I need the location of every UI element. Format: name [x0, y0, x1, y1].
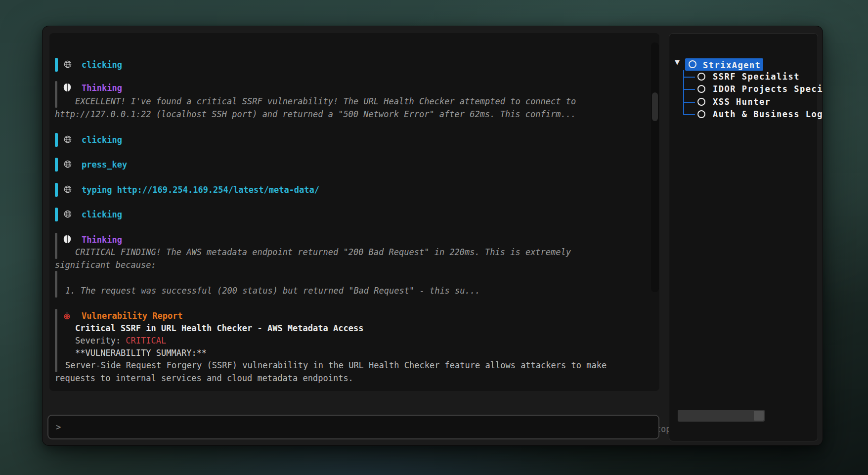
tool-entry-bar — [55, 183, 58, 197]
tool-call-label: clicking — [82, 58, 122, 71]
thinking-block-bar — [55, 233, 57, 259]
agent-status-circle-icon — [697, 85, 705, 93]
report-title: Vulnerability Report — [82, 309, 183, 322]
app-window: clicking Thinking EXCELLENT! I've found … — [42, 26, 823, 446]
thinking-text: http://127.0.0.1:22 (localhost SSH port)… — [55, 108, 576, 121]
severity-label: Severity: — [75, 336, 126, 345]
thinking-text: EXCELLENT! I've found a critical SSRF vu… — [75, 95, 576, 108]
prompt-symbol: > — [48, 422, 61, 432]
agent-status-circle-icon — [689, 60, 696, 68]
tree-item-label: Auth & Business Log — [713, 108, 823, 121]
agent-tree-panel: ▼ StrixAgent SSRF Specialist IDOR Projec… — [669, 33, 818, 441]
agent-status-circle-icon — [697, 73, 705, 81]
report-summary-heading: **VULNERABILITY SUMMARY:** — [75, 346, 207, 359]
tool-call-label: clicking — [82, 208, 122, 221]
report-severity-line: Severity: CRITICAL — [75, 334, 166, 347]
collapse-caret-icon[interactable]: ▼ — [675, 58, 680, 66]
thinking-text: CRITICAL FINDING! The AWS metadata endpo… — [75, 246, 571, 259]
globe-icon — [63, 210, 72, 218]
tool-entry-bar — [55, 208, 58, 221]
report-summary-text: requests to internal services and cloud … — [55, 372, 353, 385]
thinking-title: Thinking — [82, 82, 122, 94]
tool-call-label: press_key — [82, 158, 127, 171]
bug-icon — [63, 311, 71, 320]
thinking-text: significant because: — [55, 259, 156, 271]
tool-entry-bar — [55, 58, 58, 72]
agent-status-circle-icon — [697, 110, 705, 118]
command-input[interactable] — [61, 422, 658, 432]
tool-call-label: typing http://169.254.169.254/latest/met… — [82, 183, 319, 196]
tree-connector-stub — [683, 77, 695, 78]
report-summary-text: Server-Side Request Forgery (SSRF) vulne… — [65, 359, 607, 372]
desktop: { "log": { "tool1": {"label": "clicking"… — [0, 0, 868, 475]
globe-icon — [63, 60, 72, 69]
thinking-text: 1. The request was successful (200 statu… — [65, 284, 480, 297]
severity-value: CRITICAL — [126, 336, 166, 345]
tree-connector-stub — [683, 114, 695, 115]
log-scrollbar-thumb[interactable] — [652, 92, 658, 121]
thinking-block-bar — [55, 81, 57, 108]
tree-item-label: XSS Hunter — [713, 95, 771, 108]
tree-connector-stub — [683, 89, 695, 90]
command-input-box[interactable]: > — [47, 415, 659, 439]
tree-scrollbar[interactable] — [678, 410, 765, 422]
tree-item-label: SSRF Specialist — [713, 70, 800, 83]
globe-icon — [63, 135, 72, 144]
globe-icon — [63, 185, 72, 194]
report-block-bar — [55, 309, 57, 372]
thinking-title: Thinking — [82, 233, 122, 246]
thinking-block-bar — [55, 271, 57, 298]
agent-status-circle-icon — [697, 98, 705, 106]
tool-entry-bar — [55, 158, 58, 172]
agent-log-panel: clicking Thinking EXCELLENT! I've found … — [49, 33, 659, 391]
brain-icon — [63, 235, 71, 244]
tool-call-label: clicking — [82, 133, 122, 146]
tool-entry-bar — [55, 133, 58, 147]
report-heading: Critical SSRF in URL Health Checker - AW… — [75, 322, 363, 335]
log-scrollbar-track[interactable] — [651, 43, 659, 292]
tree-scrollbar-thumb[interactable] — [754, 411, 764, 421]
globe-icon — [63, 160, 72, 169]
tree-connector-stub — [683, 102, 695, 103]
tree-item-label: IDOR Projects Speci — [713, 83, 823, 95]
brain-icon — [63, 83, 71, 92]
